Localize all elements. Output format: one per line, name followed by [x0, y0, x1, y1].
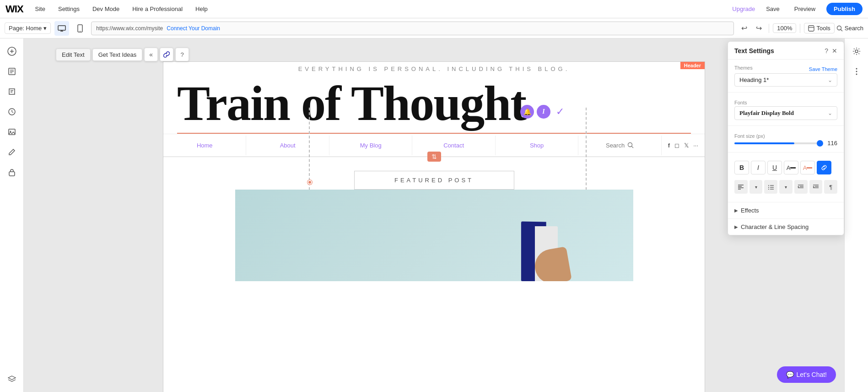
- desktop-view-button[interactable]: [54, 21, 69, 36]
- format-section: B I U A A ▾ ▾ ¶: [728, 152, 844, 202]
- char-line-spacing-row[interactable]: ▶ Character & Line Spacing: [728, 219, 844, 235]
- site-menu[interactable]: Site: [32, 4, 48, 14]
- lets-chat-button[interactable]: 💬 Let's Chat!: [777, 366, 836, 383]
- search-button[interactable]: Search: [836, 25, 863, 32]
- canvas-scroll[interactable]: Edit Text Get Text Ideas « ? Header EVER…: [24, 38, 844, 392]
- svg-rect-0: [58, 26, 65, 30]
- svg-point-21: [856, 74, 857, 75]
- panel-help-button[interactable]: ?: [825, 47, 828, 54]
- more-options-icon[interactable]: [847, 62, 866, 81]
- heading-dropdown[interactable]: Heading 1* ⌄: [734, 73, 837, 87]
- redo-button[interactable]: ↪: [752, 22, 765, 35]
- zoom-level[interactable]: 100%: [773, 23, 796, 33]
- blog-icon[interactable]: [3, 82, 21, 101]
- nav-my-blog[interactable]: My Blog: [329, 136, 412, 155]
- indent-decrease-button[interactable]: [794, 180, 808, 194]
- list-button[interactable]: [764, 180, 777, 194]
- font-size-slider-fill: [734, 142, 794, 144]
- font-size-slider-thumb[interactable]: [817, 140, 823, 147]
- svg-point-28: [768, 185, 769, 186]
- heading-value: Heading 1*: [739, 76, 769, 83]
- font-dropdown[interactable]: Playfair Display Bold ⌄: [734, 106, 837, 120]
- chat-icon: 💬: [786, 371, 794, 378]
- add-elements-icon[interactable]: [3, 42, 21, 60]
- gear-icon[interactable]: [847, 42, 866, 60]
- align-left-button[interactable]: [734, 180, 748, 194]
- rtl-button[interactable]: ¶: [824, 180, 837, 194]
- bold-button[interactable]: B: [734, 161, 749, 174]
- nav-home[interactable]: Home: [163, 136, 246, 155]
- undo-button[interactable]: ↩: [738, 22, 750, 35]
- nav-contact[interactable]: Contact: [412, 136, 495, 155]
- help-menu[interactable]: Help: [193, 4, 210, 14]
- nav-search[interactable]: Search: [578, 136, 661, 155]
- selection-handle-left[interactable]: [307, 180, 312, 185]
- edit-text-button[interactable]: Edit Text: [56, 49, 91, 61]
- upgrade-button[interactable]: Upgrade: [732, 5, 755, 12]
- featured-post-section: FEATURED POST: [191, 171, 677, 281]
- pen-icon[interactable]: [3, 143, 21, 161]
- font-size-slider-track[interactable]: [734, 142, 820, 144]
- svg-point-19: [856, 68, 857, 70]
- twitter-icon[interactable]: 𝕏: [684, 142, 689, 149]
- media-icon[interactable]: [3, 123, 21, 141]
- resize-handle[interactable]: ⇅: [427, 152, 441, 162]
- canvas-area: Edit Text Get Text Ideas « ? Header EVER…: [24, 38, 844, 392]
- themes-label: Themes: [734, 65, 753, 71]
- more-social-icon[interactable]: ···: [693, 142, 698, 149]
- svg-point-30: [768, 187, 769, 188]
- hire-menu[interactable]: Hire a Professional: [129, 4, 185, 14]
- back-icon: «: [149, 51, 153, 58]
- lets-chat-label: Let's Chat!: [797, 371, 827, 378]
- facebook-icon[interactable]: f: [668, 142, 670, 149]
- font-size-value: 116: [824, 140, 837, 147]
- link-text-button[interactable]: [817, 161, 831, 174]
- page-chevron-icon: ▾: [43, 25, 47, 32]
- topbar: WIX Site Settings Dev Mode Hire a Profes…: [0, 0, 868, 18]
- page-selector[interactable]: Page: Home ▾: [5, 22, 51, 34]
- svg-point-32: [768, 189, 769, 190]
- panel-title: Text Settings: [734, 47, 774, 54]
- instagram-icon[interactable]: ◻: [674, 142, 679, 149]
- right-sidebar: [844, 38, 868, 392]
- notifications-bell[interactable]: 🔔: [520, 105, 534, 119]
- notifications-check[interactable]: ✓: [553, 105, 567, 119]
- nav-about[interactable]: About: [246, 136, 329, 155]
- underline-button[interactable]: U: [767, 161, 782, 174]
- svg-point-5: [837, 26, 841, 30]
- url-bar[interactable]: https://www.wix.com/mysite Connect Your …: [91, 22, 734, 35]
- effects-row[interactable]: ▶ Effects: [728, 202, 844, 219]
- text-color-button[interactable]: A: [784, 161, 798, 174]
- char-spacing-expand-icon: ▶: [734, 224, 738, 229]
- save-button[interactable]: Save: [762, 5, 783, 12]
- font-size-label: Font size (px): [734, 133, 765, 139]
- panel-close-button[interactable]: ✕: [832, 47, 837, 54]
- layers-icon[interactable]: [3, 370, 21, 388]
- blog-title[interactable]: Train of Thought: [163, 74, 705, 133]
- back-icon-button[interactable]: «: [144, 48, 158, 61]
- preview-button[interactable]: Preview: [791, 5, 819, 12]
- mobile-view-button[interactable]: [73, 21, 87, 36]
- themes-section: Themes Save Theme Heading 1* ⌄: [728, 60, 844, 93]
- get-text-ideas-button[interactable]: Get Text Ideas: [92, 49, 143, 61]
- pages-icon[interactable]: [3, 62, 21, 81]
- dev-mode-menu[interactable]: Dev Mode: [90, 4, 122, 14]
- nav-shop[interactable]: Shop: [496, 136, 578, 155]
- publish-button[interactable]: Publish: [826, 3, 863, 15]
- italic-button[interactable]: I: [751, 161, 766, 174]
- indent-increase-button[interactable]: [809, 180, 823, 194]
- help-icon-button[interactable]: ?: [175, 48, 189, 61]
- settings-menu[interactable]: Settings: [55, 4, 82, 14]
- design-icon[interactable]: [3, 103, 21, 121]
- list-dropdown-button[interactable]: ▾: [779, 180, 793, 194]
- link-icon-button[interactable]: [160, 48, 173, 61]
- highlight-color-button[interactable]: A: [800, 161, 815, 174]
- save-theme-link[interactable]: Save Theme: [809, 66, 837, 72]
- align-dropdown-button[interactable]: ▾: [749, 180, 763, 194]
- featured-post-image[interactable]: [235, 190, 633, 281]
- lock-icon[interactable]: [3, 163, 21, 181]
- connect-domain-link[interactable]: Connect Your Domain: [167, 25, 220, 32]
- tools-button[interactable]: Tools: [804, 23, 834, 33]
- url-text: https://www.wix.com/mysite: [96, 25, 163, 32]
- notifications-info[interactable]: I: [537, 105, 550, 119]
